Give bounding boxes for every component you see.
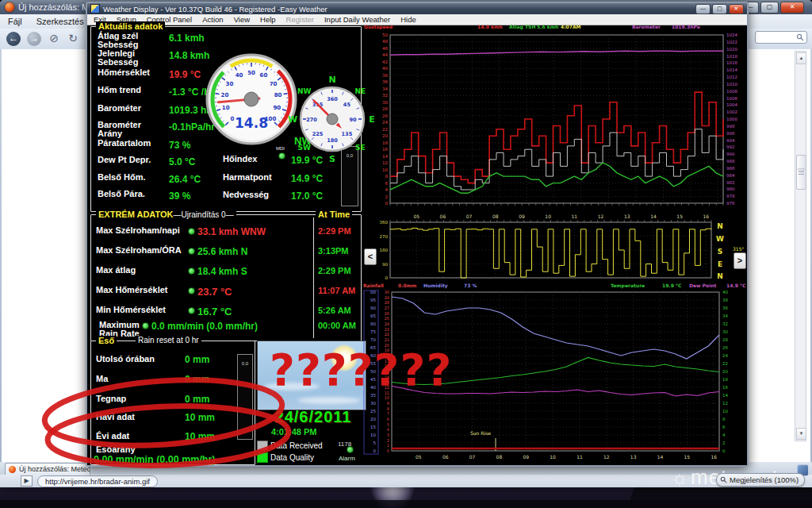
menu-item-view[interactable]: View — [234, 15, 250, 24]
svg-text:22: 22 — [382, 127, 388, 132]
compass-letter-3: E — [718, 260, 722, 268]
rain-row-value: 0 mm — [185, 394, 209, 405]
menu-item-fájl[interactable]: Fájl — [8, 17, 22, 26]
svg-text:270: 270 — [380, 234, 389, 239]
extremes-panel: EXTRÉM ADATOK—Ujraindítás 0— At Time Max… — [90, 214, 362, 341]
menu-item-help[interactable]: Help — [260, 15, 276, 24]
svg-text:36: 36 — [722, 306, 728, 310]
alarm-led — [347, 446, 354, 453]
scrollbar-thumb[interactable] — [796, 155, 806, 190]
play-icon[interactable]: ▶ — [21, 475, 33, 487]
rain-row-value: 10 mm — [185, 412, 215, 423]
svg-text:8: 8 — [385, 174, 389, 179]
svg-text:65: 65 — [370, 345, 376, 350]
rain-panel: Eső Rain reset at 0 hr Utolsó órában0 mm… — [90, 341, 255, 465]
svg-text:0: 0 — [387, 448, 389, 453]
svg-text:12: 12 — [382, 160, 388, 165]
scroll-down-icon[interactable]: ▼ — [796, 428, 806, 440]
weather-close-button[interactable]: ✕ — [729, 4, 744, 14]
weather-titlebar[interactable]: Weather Display - Ver 10.37Q Build 46 - … — [87, 3, 747, 14]
extreme-row-led — [188, 248, 195, 255]
extreme-row-value: 33.1 kmh WNW — [197, 226, 266, 237]
svg-text:24: 24 — [382, 120, 388, 125]
temperature-series — [392, 358, 719, 385]
column-divider — [313, 217, 314, 338]
dew-point-series — [392, 387, 719, 397]
status-url[interactable]: http://vrijeme.hr/bradar-anim.gif — [37, 475, 158, 487]
current-row-label: Páratartalom — [98, 139, 151, 148]
extreme-row-time: 3:13PM — [318, 246, 349, 256]
panel-title: Aktuális adatok — [96, 21, 165, 31]
cloud-icon — [264, 383, 320, 391]
svg-text:976: 976 — [726, 201, 735, 206]
svg-text:09: 09 — [523, 454, 529, 460]
current-row-value: 19.9 °C — [169, 69, 201, 80]
scroll-left-button[interactable]: < — [364, 248, 377, 265]
data-received-indicator — [257, 441, 268, 451]
rain-row-label: Havi adat — [96, 412, 135, 421]
svg-text:36: 36 — [382, 79, 388, 84]
current-row-label: Barométer — [98, 104, 141, 113]
svg-text:978: 978 — [726, 194, 735, 198]
svg-text:982: 982 — [726, 180, 735, 185]
svg-text:1020: 1020 — [726, 47, 737, 52]
chart-header-item: Barometer — [632, 24, 661, 29]
svg-text:45: 45 — [370, 377, 376, 382]
browser-maximize-button[interactable]: ▢ — [760, 2, 779, 13]
weather-maximize-button[interactable]: ▢ — [712, 4, 727, 14]
current-date: 24/6/2011 — [261, 408, 366, 426]
svg-text:0: 0 — [722, 448, 726, 453]
svg-text:35: 35 — [370, 393, 376, 398]
svg-text:0: 0 — [385, 201, 389, 206]
svg-text:3: 3 — [387, 433, 389, 437]
svg-text:21: 21 — [385, 337, 389, 342]
browser-close-button[interactable]: ✕ — [780, 2, 804, 13]
rain-row-label: Tegnap — [96, 394, 126, 403]
svg-text:25: 25 — [385, 316, 389, 321]
browser-tab[interactable]: Új hozzászólás: Meteor... — [5, 463, 90, 475]
browser-search-box[interactable] — [755, 31, 807, 44]
svg-text:986: 986 — [726, 166, 735, 171]
svg-text:16: 16 — [722, 385, 728, 390]
weather-minimize-button[interactable]: — — [695, 4, 710, 14]
back-icon[interactable]: ← — [6, 32, 21, 46]
extreme-row-label: Max Hőmérséklet — [96, 286, 168, 294]
compass-point-SW: SW — [297, 144, 310, 152]
current-right-value: 17.0 °C — [291, 190, 323, 202]
at-time-header: At Time — [316, 210, 352, 219]
svg-text:14: 14 — [657, 454, 664, 460]
menu-item-szerkesztés[interactable]: Szerkesztés — [36, 17, 84, 26]
svg-text:16: 16 — [710, 454, 717, 460]
svg-text:10: 10 — [722, 409, 728, 414]
compass-point-NW: NW — [297, 87, 312, 95]
scroll-up-icon[interactable]: ▲ — [796, 52, 806, 64]
extreme-row-value: 25.6 kmh N — [197, 246, 247, 257]
svg-text:4: 4 — [387, 427, 389, 432]
svg-text:07: 07 — [469, 454, 476, 460]
plot-frame — [390, 35, 723, 203]
browser-scrollbar[interactable]: ▲ ▼ — [795, 51, 806, 441]
stop-icon[interactable]: ⊘ — [48, 32, 60, 46]
svg-text:18: 18 — [385, 353, 389, 358]
forward-icon[interactable]: → — [27, 32, 41, 46]
svg-text:20: 20 — [385, 343, 389, 348]
current-row-label: Barométer Arány — [98, 121, 141, 138]
svg-text:60: 60 — [260, 72, 268, 79]
svg-text:85: 85 — [370, 314, 376, 318]
reload-icon[interactable]: ↻ — [67, 32, 79, 46]
current-row-value: 26.4 °C — [169, 174, 201, 185]
scroll-right-button[interactable]: > — [733, 252, 746, 269]
barometer-series — [390, 51, 723, 55]
svg-text:05: 05 — [413, 214, 419, 219]
svg-text:270: 270 — [306, 117, 317, 123]
extreme-row-time: 5:26 AM — [318, 306, 351, 315]
svg-text:10: 10 — [545, 214, 551, 219]
svg-text:26: 26 — [382, 114, 388, 118]
svg-text:75: 75 — [370, 329, 376, 334]
firefox-icon — [5, 2, 14, 12]
svg-text:14: 14 — [385, 375, 389, 379]
svg-text:1022: 1022 — [726, 40, 737, 44]
svg-text:10: 10 — [370, 433, 376, 437]
menu-item-action[interactable]: Action — [202, 15, 223, 24]
extreme-row-time: 2:29 PM — [318, 266, 351, 275]
